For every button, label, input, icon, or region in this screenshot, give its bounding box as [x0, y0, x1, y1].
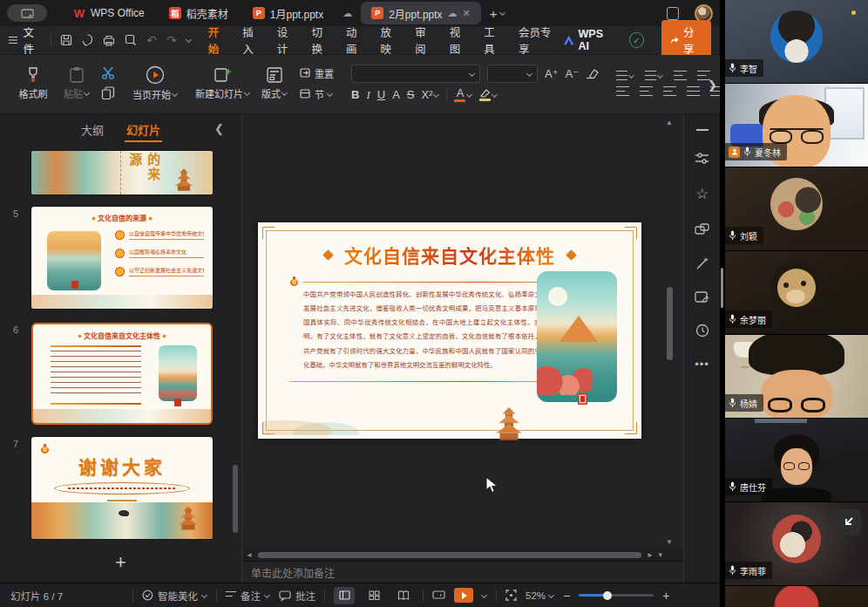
- play-options-chevron[interactable]: [482, 593, 487, 598]
- normal-view-button[interactable]: [334, 587, 355, 604]
- clear-format-icon[interactable]: [586, 68, 599, 79]
- slide-thumbnail-4[interactable]: 的来源: [0, 151, 241, 194]
- underline-button[interactable]: U: [377, 88, 385, 101]
- zoom-in-button[interactable]: +: [662, 589, 669, 603]
- participant-tile[interactable]: 李智: [725, 0, 868, 83]
- bold-button[interactable]: B: [351, 88, 359, 101]
- superscript-button[interactable]: X²: [421, 88, 439, 101]
- slide-thumbnail-5[interactable]: 5 ◆ 文化自信的来源 ◆ 以自信自强传承中华优秀传统文化 以固根铸魂弘扬革命文…: [0, 207, 241, 309]
- sidebar-scrollbar[interactable]: [233, 465, 238, 533]
- smart-beautify-button[interactable]: 智能美化: [142, 589, 207, 603]
- redo-icon[interactable]: ↷: [166, 33, 177, 47]
- export-icon[interactable]: [82, 34, 93, 46]
- canvas-vscrollbar[interactable]: [667, 287, 673, 360]
- object-properties-icon[interactable]: [695, 152, 709, 165]
- participant-tile[interactable]: 余梦丽: [725, 251, 868, 334]
- section-button[interactable]: 节: [299, 87, 334, 101]
- projector-button[interactable]: [432, 590, 445, 601]
- history-clock-icon[interactable]: [695, 324, 709, 338]
- character-spacing-button[interactable]: A: [392, 88, 400, 101]
- start-from-current-page-button[interactable]: 当页开始: [132, 65, 178, 101]
- copy-icon[interactable]: [101, 86, 115, 100]
- align-left-button[interactable]: [616, 86, 629, 96]
- new-slide-button[interactable]: 新建幻灯片: [195, 66, 250, 100]
- beautify-wand-icon[interactable]: [695, 256, 709, 270]
- cloud-saved-icon[interactable]: ✓: [629, 32, 643, 48]
- workspace-switcher-button[interactable]: [7, 4, 47, 22]
- collapse-panel-icon[interactable]: ❮: [214, 122, 224, 135]
- justify-button[interactable]: [687, 86, 700, 96]
- slide-illustration[interactable]: [537, 271, 617, 402]
- chevron-down-icon[interactable]: [186, 38, 192, 43]
- add-slide-button[interactable]: +: [104, 551, 139, 574]
- font-size-select[interactable]: [487, 65, 538, 83]
- font-name-select[interactable]: [351, 65, 480, 83]
- fit-to-window-button[interactable]: [505, 590, 517, 601]
- font-color-button[interactable]: A: [454, 87, 472, 102]
- scroll-down-arrow[interactable]: ▼: [666, 538, 673, 546]
- next-slide-arrow[interactable]: ▼: [657, 551, 664, 559]
- highlight-color-button[interactable]: [479, 89, 498, 101]
- decrease-font-button[interactable]: A⁻: [566, 67, 580, 80]
- meeting-scrollbar[interactable]: [721, 268, 723, 308]
- numbered-list-button[interactable]: [645, 71, 663, 80]
- save-icon[interactable]: [60, 34, 72, 46]
- mobile-device-icon[interactable]: [667, 7, 679, 20]
- file-menu[interactable]: 文件: [9, 24, 42, 57]
- slide-canvas[interactable]: 文化自信来自文化主体性 中国共产党带领中国人民创造性转化、创新性发展中华优秀传统…: [242, 114, 683, 549]
- participant-tile[interactable]: 唐仕芬: [725, 419, 868, 501]
- participant-name: 唐仕芬: [740, 481, 766, 494]
- bullet-list-button[interactable]: [616, 71, 634, 80]
- play-slideshow-button[interactable]: [454, 588, 473, 603]
- zoom-level[interactable]: 52%: [526, 590, 554, 601]
- reset-button[interactable]: 重置: [299, 66, 334, 80]
- notes-input[interactable]: 单击此处添加备注: [242, 561, 683, 583]
- slide-title[interactable]: 文化自信来自文化主体性: [344, 242, 555, 268]
- scroll-right-arrow[interactable]: ►: [647, 551, 654, 559]
- comments-button[interactable]: 批注: [279, 589, 315, 603]
- slide-body-textbox[interactable]: 中国共产党带领中国人民创造性转化、创新性发展中华优秀传统文化、弘扬革命文化、发展…: [289, 276, 559, 387]
- slide-thumbnail-6-selected[interactable]: 6 ◆ 文化自信来自文化主体性 ◆: [0, 323, 241, 425]
- align-right-button[interactable]: [663, 86, 676, 96]
- print-icon[interactable]: [103, 35, 115, 46]
- zoom-out-button[interactable]: −: [563, 589, 570, 603]
- zoom-slider[interactable]: [579, 594, 654, 597]
- slide-sorter-view-button[interactable]: [363, 587, 384, 604]
- participant-tile-partial[interactable]: [725, 586, 868, 607]
- cut-icon[interactable]: [101, 66, 115, 79]
- decrease-indent-button[interactable]: [674, 71, 687, 80]
- image-edit-icon[interactable]: [695, 290, 709, 304]
- scroll-left-arrow[interactable]: ◄: [246, 551, 253, 559]
- layout-button[interactable]: 版式: [255, 66, 294, 100]
- collapse-strip-icon[interactable]: [695, 128, 709, 132]
- popout-button[interactable]: [835, 509, 861, 535]
- wps-ai-button[interactable]: WPS AI: [564, 28, 612, 52]
- format-painter-button[interactable]: 格式刷: [14, 66, 52, 100]
- slide-thumbnail-7[interactable]: 7 谢谢大家: [0, 437, 241, 539]
- participant-tile[interactable]: 杨婧: [725, 335, 868, 418]
- italic-button[interactable]: I: [366, 88, 370, 102]
- favorites-star-icon[interactable]: ☆: [695, 185, 709, 203]
- current-slide[interactable]: 文化自信来自文化主体性 中国共产党带领中国人民创造性转化、创新性发展中华优秀传统…: [258, 222, 641, 439]
- notes-button[interactable]: 备注: [226, 589, 270, 603]
- tab-outline[interactable]: 大纲: [79, 114, 105, 145]
- ribbon-more-chevron[interactable]: ❯: [708, 78, 717, 91]
- more-tools-icon[interactable]: •••: [695, 358, 709, 371]
- reading-view-button[interactable]: [393, 587, 414, 604]
- scroll-up-arrow[interactable]: ▲: [666, 119, 673, 126]
- undo-icon[interactable]: ↶: [146, 33, 157, 47]
- shapes-icon[interactable]: [695, 223, 709, 236]
- paste-button[interactable]: 粘贴: [58, 66, 96, 100]
- align-center-button[interactable]: [640, 86, 653, 96]
- participant-tile[interactable]: 李雨菲: [725, 502, 868, 585]
- canvas-hscrollbar[interactable]: ◄ ► ▼: [242, 549, 683, 561]
- strikethrough-button[interactable]: S: [407, 88, 415, 101]
- participant-tile[interactable]: 刘颖: [725, 167, 868, 250]
- tab-wps-office[interactable]: W WPS Office: [63, 2, 155, 24]
- print-preview-icon[interactable]: [125, 34, 137, 46]
- slide5-bullet: 以固根铸魂弘扬革命文化: [129, 248, 204, 258]
- tab-slides[interactable]: 幻灯片: [125, 114, 162, 145]
- zoom-slider-knob[interactable]: [603, 591, 612, 600]
- participant-tile[interactable]: 夏冬林: [725, 84, 868, 167]
- increase-font-button[interactable]: A⁺: [545, 67, 559, 80]
